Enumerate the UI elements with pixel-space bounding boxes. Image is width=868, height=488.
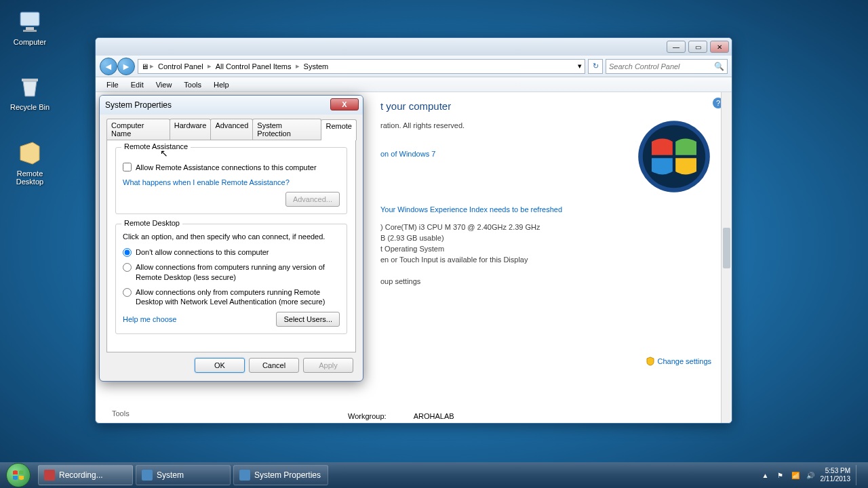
info-os: t Operating System: [380, 245, 444, 253]
system-properties-dialog: System Properties X Computer Name Hardwa…: [99, 95, 363, 382]
advanced-button[interactable]: Advanced...: [285, 192, 340, 207]
task-label: System Properties: [254, 470, 321, 480]
dialog-title: System Properties: [105, 100, 172, 110]
rd-option-label: Don't allow connections to this computer: [136, 247, 269, 257]
tab-computer-name[interactable]: Computer Name: [106, 119, 170, 140]
tray-clock[interactable]: 5:53 PM 2/11/2013: [821, 467, 851, 483]
remote-assistance-group: Remote Assistance Allow Remote Assistanc…: [115, 147, 347, 214]
tools-label: Tools: [112, 409, 130, 418]
dialog-close-button[interactable]: X: [330, 98, 359, 110]
menu-tools[interactable]: Tools: [178, 79, 207, 90]
breadcrumb-item[interactable]: System: [301, 62, 332, 70]
rd-option-label: Allow connections from computers running…: [136, 262, 340, 282]
info-edition-link[interactable]: on of Windows 7: [380, 150, 435, 158]
tray-time: 5:53 PM: [821, 467, 851, 475]
tray-date: 2/11/2013: [821, 475, 851, 483]
nav-back-button[interactable]: ◄: [100, 58, 117, 75]
minimize-button[interactable]: —: [667, 41, 686, 53]
rd-option-nla[interactable]: [123, 288, 132, 297]
tab-remote[interactable]: Remote: [321, 119, 357, 140]
show-desktop-button[interactable]: [856, 465, 861, 485]
group-legend: Remote Assistance: [121, 142, 191, 150]
shield-icon: [646, 357, 655, 366]
desktop-icon-label: Computer: [5, 38, 54, 46]
svg-rect-2: [23, 30, 37, 32]
explorer-nav: ◄ ► 🖥 ▸ Control Panel ▸ All Control Pane…: [96, 56, 732, 77]
tray-network-icon[interactable]: 📶: [791, 470, 800, 480]
breadcrumb-item[interactable]: Control Panel: [155, 62, 206, 70]
svg-rect-0: [20, 12, 39, 26]
workgroup-label: Workgroup:: [348, 412, 387, 420]
menu-view[interactable]: View: [151, 79, 178, 90]
remote-assistance-help-link[interactable]: What happens when I enable Remote Assist…: [123, 178, 290, 186]
tab-advanced[interactable]: Advanced: [210, 119, 253, 140]
svg-rect-1: [26, 27, 34, 30]
search-input[interactable]: [609, 62, 714, 70]
dialog-button-row: OK Cancel Apply: [106, 352, 356, 374]
cancel-button[interactable]: Cancel: [249, 358, 299, 373]
taskbar-task-system-properties[interactable]: System Properties: [233, 465, 328, 485]
close-button[interactable]: ✕: [710, 41, 729, 53]
start-button[interactable]: [0, 462, 37, 488]
remote-desktop-group: Remote Desktop Click an option, and then…: [115, 224, 347, 334]
explorer-titlebar: — ▭ ✕: [96, 38, 732, 56]
rd-option-label: Allow connections only from computers ru…: [136, 287, 340, 307]
rd-option-dont-allow[interactable]: [123, 248, 132, 257]
scrollbar-thumb[interactable]: [723, 228, 730, 268]
system-tray: ▲ ⚑ 📶 🔊 5:53 PM 2/11/2013: [754, 465, 869, 485]
experience-index-link[interactable]: Your Windows Experience Index needs to b…: [380, 205, 562, 214]
menu-edit[interactable]: Edit: [125, 79, 149, 90]
windows-logo: [637, 119, 711, 194]
dropdown-icon[interactable]: ▾: [578, 62, 582, 70]
task-label: System: [157, 470, 184, 480]
taskbar-task-recording[interactable]: Recording...: [38, 465, 133, 485]
search-icon[interactable]: 🔍: [714, 62, 724, 71]
desktop-icon-label: Recycle Bin: [5, 103, 54, 111]
desktop-icon-label: Remote Desktop: [5, 169, 54, 186]
tab-hardware[interactable]: Hardware: [170, 119, 212, 140]
info-group: oup settings: [380, 277, 420, 285]
maximize-button[interactable]: ▭: [688, 41, 707, 53]
tab-strip: Computer Name Hardware Advanced System P…: [106, 119, 356, 140]
taskbar: Recording... System System Properties ▲ …: [0, 462, 868, 488]
taskbar-task-system[interactable]: System: [136, 465, 231, 485]
menu-file[interactable]: File: [101, 79, 124, 90]
select-users-button[interactable]: Select Users...: [276, 312, 340, 327]
help-me-choose-link[interactable]: Help me choose: [123, 315, 177, 323]
tray-flag-icon[interactable]: ⚑: [776, 470, 785, 480]
info-rights: ration. All rights reserved.: [380, 121, 465, 129]
start-orb-icon: [6, 463, 31, 487]
apply-button[interactable]: Apply: [303, 358, 353, 373]
breadcrumb-item[interactable]: All Control Panel Items: [213, 62, 294, 70]
change-settings-link[interactable]: Change settings: [646, 357, 712, 366]
scrollbar-vertical[interactable]: [721, 92, 732, 423]
breadcrumb[interactable]: 🖥 ▸ Control Panel ▸ All Control Panel It…: [138, 59, 585, 74]
task-icon: [239, 470, 250, 481]
task-icon: [44, 470, 55, 481]
search-box[interactable]: 🔍: [606, 59, 728, 74]
menu-bar: File Edit View Tools Help: [96, 77, 732, 92]
menu-help[interactable]: Help: [208, 79, 235, 90]
tab-panel-remote: Remote Assistance Allow Remote Assistanc…: [106, 140, 356, 352]
allow-remote-assistance-label: Allow Remote Assistance connections to t…: [136, 163, 317, 171]
info-pen: en or Touch Input is available for this …: [380, 256, 528, 264]
tray-up-icon[interactable]: ▲: [761, 470, 770, 480]
nav-forward-button[interactable]: ►: [117, 58, 135, 75]
rd-option-any-version[interactable]: [123, 263, 132, 272]
ok-button[interactable]: OK: [195, 358, 245, 373]
allow-remote-assistance-checkbox[interactable]: [123, 163, 132, 171]
task-icon: [142, 470, 153, 481]
refresh-button[interactable]: ↻: [588, 59, 603, 74]
task-label: Recording...: [59, 470, 103, 480]
svg-rect-3: [22, 79, 38, 81]
info-cpu: ) Core(TM) i3 CPU M 370 @ 2.40GHz 2.39 G…: [380, 223, 540, 231]
desktop-icon-recycle-bin[interactable]: Recycle Bin: [5, 73, 54, 111]
computer-icon: 🖥: [141, 62, 149, 70]
tab-system-protection[interactable]: System Protection: [252, 119, 321, 140]
group-legend: Remote Desktop: [121, 219, 182, 227]
desktop-icon-computer[interactable]: Computer: [5, 8, 54, 46]
workgroup-value: AROHALAB: [414, 412, 454, 420]
tray-volume-icon[interactable]: 🔊: [806, 470, 815, 480]
dialog-titlebar[interactable]: System Properties X: [100, 96, 363, 115]
desktop-icon-remote-desktop[interactable]: Remote Desktop: [5, 140, 54, 186]
